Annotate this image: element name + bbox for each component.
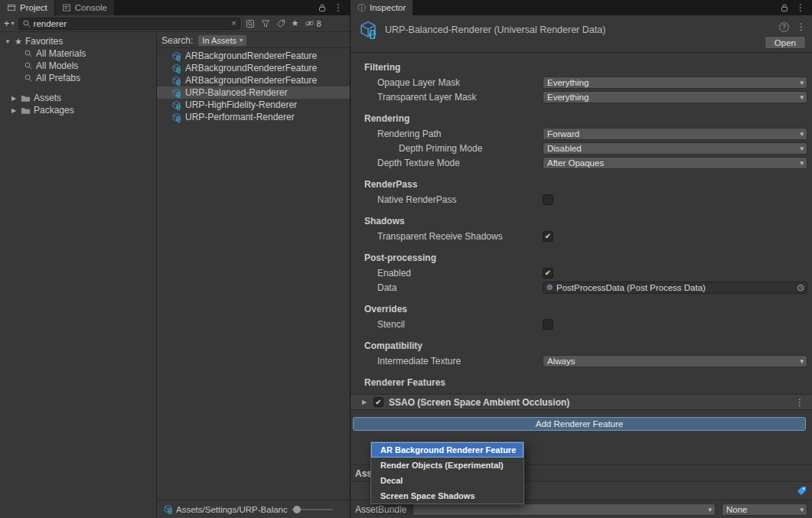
assetbundle-variant-dropdown[interactable]: None (722, 503, 807, 516)
transparent-receive-shadows-checkbox[interactable]: ✔ (543, 231, 553, 242)
eye-slash-icon (305, 18, 315, 28)
lock-icon[interactable] (318, 3, 327, 12)
result-row[interactable]: {} URP-HighFidelity-Renderer (157, 99, 350, 111)
depth-texture-mode-dropdown[interactable]: After Opaques (543, 157, 807, 169)
menu-item[interactable]: Screen Space Shadows (371, 488, 523, 503)
search-results-pane: Search: In Assets {} ARBackgroundRendere… (157, 33, 350, 518)
foldout-closed-icon[interactable]: ▶ (10, 107, 18, 114)
plus-icon: + (4, 18, 10, 28)
tree-item-label: All Materials (36, 48, 86, 59)
svg-text:{}: {} (177, 91, 181, 97)
tab-project-label: Project (20, 3, 47, 12)
save-search-star-icon[interactable]: ★ (292, 19, 299, 28)
menu-item[interactable]: Decal (371, 473, 523, 488)
section-renderpass: RenderPass (364, 179, 807, 190)
property-row: Intermediate Texture Always (364, 353, 807, 368)
native-renderpass-checkbox[interactable] (543, 194, 553, 205)
tree-item-label: Packages (34, 105, 74, 116)
rendering-path-dropdown[interactable]: Forward (543, 128, 807, 140)
assetbundle-dropdown[interactable] (413, 503, 716, 516)
svg-text:{}: {} (177, 103, 181, 109)
svg-text:{}: {} (177, 116, 181, 122)
asset-menu-icon[interactable]: ⋮ (797, 21, 806, 32)
property-label: Data (364, 282, 543, 293)
result-row[interactable]: {} URP-Balanced-Renderer (157, 86, 350, 99)
filter-by-type-icon[interactable] (261, 19, 270, 28)
open-button[interactable]: Open (765, 36, 806, 49)
asset-title: URP-Balanced-Renderer (Universal Rendere… (385, 24, 605, 35)
search-results-header: Search: In Assets (157, 33, 350, 48)
scriptable-object-icon: ⚙ (546, 284, 553, 292)
foldout-closed-icon[interactable]: ▶ (360, 399, 368, 406)
help-icon[interactable]: ? (779, 22, 789, 32)
window-menu-icon[interactable]: ⋮ (334, 2, 343, 13)
ssao-checkbox[interactable]: ✔ (373, 397, 383, 407)
transparent-layer-mask-dropdown[interactable]: Everything (543, 91, 807, 103)
tree-item-label: All Models (36, 60, 78, 71)
search-box[interactable]: × (18, 18, 240, 30)
hidden-count-toggle[interactable]: 8 (305, 18, 321, 28)
search-result-list: {} ARBackgroundRendererFeature {} ARBack… (157, 48, 350, 500)
stencil-checkbox[interactable] (543, 319, 553, 330)
feature-menu-icon[interactable]: ⋮ (795, 397, 804, 408)
result-row[interactable]: {} URP-Performant-Renderer (157, 111, 350, 123)
renderer-feature-ssao[interactable]: ▶ ✔ SSAO (Screen Space Ambient Occlusion… (351, 394, 812, 410)
create-asset-button[interactable]: + (4, 18, 15, 28)
tab-inspector[interactable]: ⓘ Inspector (351, 0, 413, 15)
menu-item[interactable]: Render Objects (Experimental) (371, 458, 523, 473)
feature-title: SSAO (Screen Space Ambient Occlusion) (389, 397, 569, 408)
section-shadows: Shadows (364, 216, 807, 226)
menu-item[interactable]: AR Background Renderer Feature (371, 442, 523, 458)
window-menu-icon[interactable]: ⋮ (796, 2, 805, 13)
tree-item-all-models[interactable]: All Models (0, 60, 156, 72)
depth-priming-mode-dropdown[interactable]: Disabled (543, 142, 807, 155)
property-row: Native RenderPass (364, 192, 807, 207)
tab-project[interactable]: Project (0, 0, 55, 15)
postprocessing-enabled-checkbox[interactable]: ✔ (543, 268, 553, 279)
post-process-data-field[interactable]: ⚙ PostProcessData (Post Process Data) ⊙ (543, 282, 807, 294)
property-label: Opaque Layer Mask (364, 77, 543, 88)
dropdown-value: None (726, 505, 748, 514)
object-field-value: PostProcessData (Post Process Data) (556, 283, 706, 292)
foldout-open-icon[interactable]: ▼ (4, 38, 11, 45)
intermediate-texture-dropdown[interactable]: Always (543, 355, 807, 367)
project-toolbar-icons: ★ 8 (244, 18, 323, 28)
search-input[interactable] (34, 18, 230, 28)
project-body: ▼ ★ Favorites All Materials All Models A… (0, 33, 350, 518)
tree-item-favorites[interactable]: ▼ ★ Favorites (0, 35, 156, 47)
object-picker-icon[interactable]: ⊙ (797, 283, 804, 292)
tree-item-packages[interactable]: ▶ Packages (0, 104, 156, 116)
lock-icon[interactable] (780, 3, 789, 12)
add-renderer-feature-menu: AR Background Renderer Feature Render Ob… (370, 441, 524, 504)
tree-item-label: Assets (34, 93, 61, 103)
tab-inspector-label: Inspector (370, 3, 406, 12)
result-row[interactable]: {} ARBackgroundRendererFeature (157, 74, 350, 86)
svg-text:{}: {} (168, 508, 173, 514)
foldout-closed-icon[interactable]: ▶ (10, 95, 18, 102)
result-label: URP-Performant-Renderer (185, 112, 295, 122)
renderer-asset-icon: {} (171, 112, 181, 122)
result-label: ARBackgroundRendererFeature (185, 63, 317, 73)
tree-item-all-prefabs[interactable]: All Prefabs (0, 72, 156, 84)
tree-item-all-materials[interactable]: All Materials (0, 47, 156, 60)
property-label: Native RenderPass (364, 194, 543, 205)
tree-item-assets[interactable]: ▶ Assets (0, 92, 156, 104)
open-in-search-icon[interactable] (246, 19, 255, 28)
project-tab-icon (7, 3, 16, 12)
section-compatibility: Compatibility (364, 340, 807, 351)
filter-by-label-icon[interactable] (276, 19, 285, 28)
opaque-layer-mask-dropdown[interactable]: Everything (543, 77, 807, 89)
add-label-button[interactable] (794, 484, 808, 498)
clear-search-icon[interactable]: × (231, 19, 236, 28)
result-row[interactable]: {} ARBackgroundRendererFeature (157, 50, 350, 62)
search-scope-dropdown[interactable]: In Assets (198, 35, 246, 46)
slider-knob[interactable] (293, 506, 301, 513)
renderer-asset-icon: {} (171, 76, 181, 86)
thumbnail-zoom-slider[interactable] (292, 506, 333, 513)
result-row[interactable]: {} ARBackgroundRendererFeature (157, 62, 350, 74)
console-tab-icon (62, 3, 71, 12)
tab-console[interactable]: Console (55, 0, 115, 15)
property-row: Transparent Receive Shadows ✔ (364, 229, 807, 243)
property-row: Opaque Layer Mask Everything (364, 75, 807, 90)
add-renderer-feature-button[interactable]: Add Renderer Feature (353, 417, 806, 431)
